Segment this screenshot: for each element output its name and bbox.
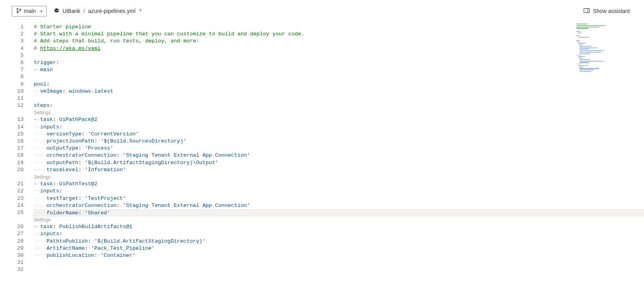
line-number: 13: [12, 116, 27, 123]
minimap-line: [576, 29, 608, 31]
branch-icon: [16, 8, 22, 15]
line-number: 12: [12, 102, 27, 109]
line-number: 14: [12, 124, 27, 131]
line-number: [12, 174, 27, 181]
minimap[interactable]: [576, 24, 608, 73]
minimap-line: [576, 50, 608, 51]
minimap-line: [576, 53, 608, 55]
line-number: 10: [12, 88, 27, 95]
line-number: 15: [12, 131, 27, 138]
line-number: 6: [12, 59, 27, 66]
code-line[interactable]: [34, 95, 644, 102]
line-number: [12, 216, 27, 223]
code-line[interactable]: steps:: [34, 102, 644, 109]
code-line[interactable]: ····outputType:·'Process': [34, 145, 644, 152]
code-line[interactable]: pool:: [34, 81, 644, 88]
line-number: 31: [12, 259, 27, 266]
code-line[interactable]: ····outputPath:·'$(Build.ArtifactStaging…: [34, 159, 644, 166]
code-line[interactable]: ····orchestratorConnection:·'Staging·Ten…: [34, 152, 644, 159]
svg-point-2: [20, 9, 21, 10]
code-line[interactable]: ····PathtoPublish:·'$(Build.ArtifactStag…: [34, 238, 644, 245]
minimap-line: [576, 31, 608, 32]
code-line[interactable]: #·Add·steps·that·build,·run·tests,·deplo…: [34, 38, 644, 45]
code-content[interactable]: #·Starter·pipeline#·Start·with·a·minimal…: [34, 24, 644, 274]
codelens-settings[interactable]: Settings: [34, 109, 644, 116]
breadcrumb: UiBank / azure-pipelines.yml *: [54, 8, 141, 15]
code-line[interactable]: ··vmImage:·windows-latest: [34, 88, 644, 95]
code-line[interactable]: [34, 73, 644, 80]
code-line[interactable]: ····versionType:·'CurrentVersion': [34, 131, 644, 138]
code-line[interactable]: -·main: [34, 66, 644, 73]
editor-toolbar: main ▾ UiBank / azure-pipelines.yml * Sh…: [0, 0, 644, 19]
minimap-line: [576, 27, 608, 28]
minimap-line: [576, 41, 608, 42]
code-line[interactable]: [34, 259, 644, 266]
codelens-settings[interactable]: Settings: [34, 216, 644, 223]
minimap-line: [576, 49, 608, 50]
code-line[interactable]: ····traceLevel:·'Information': [34, 166, 644, 174]
minimap-line: [576, 55, 608, 56]
code-line[interactable]: trigger:: [34, 59, 644, 66]
minimap-line: [576, 52, 608, 53]
minimap-line: [576, 43, 608, 44]
line-number: 28: [12, 238, 27, 245]
minimap-line: [576, 69, 608, 71]
line-number-gutter: 1234567891011121314151617181920212223242…: [12, 24, 27, 274]
minimap-line: [576, 59, 608, 60]
line-number: 19: [12, 159, 27, 166]
code-line[interactable]: [34, 266, 644, 273]
minimap-line: [576, 64, 608, 65]
dirty-indicator: *: [139, 8, 141, 14]
code-line[interactable]: -·task:·PublishBuildArtifacts@1: [34, 223, 644, 230]
line-number: 11: [12, 95, 27, 102]
code-line[interactable]: [34, 52, 644, 59]
minimap-line: [576, 71, 608, 72]
svg-point-1: [17, 11, 18, 13]
code-line[interactable]: ··inputs:: [34, 124, 644, 131]
repo-icon: [54, 8, 59, 15]
code-line[interactable]: -·task:·UiPathTest@2: [34, 181, 644, 188]
show-assistant-button[interactable]: Show assistant: [581, 6, 632, 16]
chevron-down-icon: ▾: [40, 9, 42, 13]
line-number: 8: [12, 73, 27, 80]
line-number: 16: [12, 138, 27, 145]
minimap-line: [576, 65, 608, 66]
branch-selector[interactable]: main ▾: [12, 6, 47, 16]
code-line[interactable]: ····folderName:·'Shared': [33, 209, 644, 216]
code-line[interactable]: ····ArtifactName:·'Pack_Test_Pipeline': [34, 245, 644, 252]
minimap-line: [576, 56, 608, 57]
code-line[interactable]: ····publishLocation:·'Container': [34, 252, 644, 259]
minimap-line: [576, 61, 608, 62]
minimap-line: [576, 33, 608, 34]
minimap-line: [576, 38, 608, 40]
line-number: 9: [12, 81, 27, 88]
minimap-line: [576, 37, 608, 38]
code-editor[interactable]: 1234567891011121314151617181920212223242…: [0, 19, 644, 274]
line-number: 7: [12, 66, 27, 73]
minimap-line: [576, 68, 608, 69]
line-number: 5: [12, 52, 27, 59]
code-line[interactable]: #·Start·with·a·minimal·pipeline·that·you…: [34, 31, 644, 38]
breadcrumb-file[interactable]: azure-pipelines.yml: [88, 8, 135, 14]
code-line[interactable]: #·https://aka.ms/yaml: [34, 45, 644, 52]
minimap-line: [576, 46, 608, 47]
line-number: 20: [12, 166, 27, 174]
minimap-line: [576, 35, 608, 37]
line-number: 3: [12, 38, 27, 45]
code-line[interactable]: -·task:·UiPathPack@2: [34, 116, 644, 123]
code-line[interactable]: ··inputs:: [34, 188, 644, 195]
code-line[interactable]: ····testTarget:·'TestProject': [34, 195, 644, 202]
minimap-line: [576, 44, 608, 46]
code-line[interactable]: ··inputs:: [34, 230, 644, 238]
minimap-line: [576, 24, 608, 25]
minimap-line: [576, 34, 608, 35]
svg-point-0: [17, 8, 18, 9]
breadcrumb-repo[interactable]: UiBank: [62, 8, 80, 14]
code-line[interactable]: #·Starter·pipeline: [34, 24, 644, 31]
minimap-line: [576, 28, 608, 29]
line-number: 22: [12, 188, 27, 195]
code-line[interactable]: ····orchestratorConnection:·'Staging·Ten…: [34, 202, 644, 209]
code-line[interactable]: ····projectJsonPath:·'$(Build.SourcesDir…: [34, 138, 644, 145]
codelens-settings[interactable]: Settings: [34, 174, 644, 181]
line-number: 24: [12, 202, 27, 209]
